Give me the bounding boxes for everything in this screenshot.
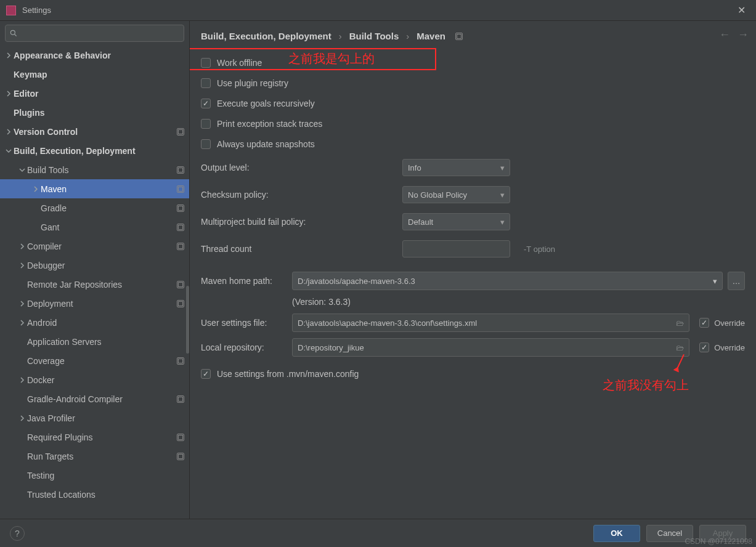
tree-item-java-profiler[interactable]: Java Profiler <box>0 408 189 427</box>
chevron-right-icon <box>4 129 14 135</box>
chevron-right-icon <box>17 377 27 383</box>
chevron-right-icon <box>4 91 14 97</box>
tree-item-required-plugins[interactable]: Required Plugins <box>0 427 189 447</box>
tree-item-coverage[interactable]: Coverage <box>0 351 189 370</box>
tree-item-label: Build, Execution, Deployment <box>14 146 184 156</box>
tree-item-debugger[interactable]: Debugger <box>0 256 189 275</box>
tree-item-build-tools[interactable]: Build Tools <box>0 160 189 179</box>
tree-item-label: Docker <box>27 375 184 385</box>
print-stack-label: Print exception stack traces <box>217 119 322 129</box>
tree-item-label: Gradle-Android Compiler <box>27 394 174 404</box>
thread-count-input[interactable] <box>402 240 510 257</box>
work-offline-checkbox[interactable] <box>201 58 211 68</box>
plugin-registry-label: Use plugin registry <box>217 78 288 88</box>
tree-item-deployment[interactable]: Deployment <box>0 294 189 313</box>
work-offline-label: Work offline <box>217 58 262 68</box>
settings-override-label: Override <box>714 318 745 328</box>
nav-forward-icon[interactable]: → <box>738 28 749 41</box>
output-level-combo[interactable]: Info▾ <box>402 159 510 176</box>
tree-item-label: Appearance & Behavior <box>14 51 184 60</box>
caret-down-icon: ▾ <box>500 217 505 227</box>
help-button[interactable]: ? <box>10 526 25 541</box>
app-icon <box>6 6 16 15</box>
execute-recursive-label: Execute goals recursively <box>217 99 315 108</box>
tree-item-build-execution-deployment[interactable]: Build, Execution, Deployment <box>0 141 189 160</box>
tree-item-editor[interactable]: Editor <box>0 84 189 103</box>
tree-item-run-targets[interactable]: Run Targets <box>0 447 189 466</box>
chevron-right-icon <box>4 52 14 59</box>
local-repo-label: Local repository: <box>201 342 287 352</box>
tree-item-gradle[interactable]: Gradle <box>0 198 189 217</box>
execute-recursive-checkbox[interactable] <box>201 99 211 108</box>
tree-item-label: Deployment <box>27 299 174 309</box>
print-stack-checkbox[interactable] <box>201 119 211 129</box>
project-scope-icon <box>455 33 463 40</box>
tree-item-label: Gradle <box>41 203 174 213</box>
repo-override-checkbox[interactable] <box>699 342 709 352</box>
tree-item-label: Remote Jar Repositories <box>27 280 174 290</box>
project-scope-icon <box>177 224 184 231</box>
watermark-text: CSDN @071221098 <box>685 537 752 546</box>
chevron-down-icon <box>4 148 14 154</box>
use-mvn-config-label: Use settings from .mvn/maven.config <box>217 369 359 379</box>
tree-item-plugins[interactable]: Plugins <box>0 103 189 122</box>
scrollbar-thumb[interactable] <box>186 286 189 354</box>
search-icon <box>9 29 18 38</box>
tree-item-label: Build Tools <box>27 165 174 175</box>
folder-icon[interactable]: 🗁 <box>676 318 684 328</box>
project-scope-icon <box>177 243 184 250</box>
chevron-right-icon <box>17 243 27 249</box>
settings-file-input[interactable]: D:\javatools\apache-maven-3.6.3\conf\set… <box>292 314 689 332</box>
tree-item-keymap[interactable]: Keymap <box>0 65 189 84</box>
tree-item-compiler[interactable]: Compiler <box>0 237 189 256</box>
tree-item-label: Keymap <box>14 70 184 79</box>
search-input[interactable] <box>5 25 184 42</box>
always-update-label: Always update snapshots <box>217 139 315 149</box>
project-scope-icon <box>177 185 184 193</box>
project-scope-icon <box>177 281 184 288</box>
chevron-right-icon: › <box>406 31 409 41</box>
tree-item-label: Trusted Locations <box>27 490 184 500</box>
tree-item-docker[interactable]: Docker <box>0 370 189 389</box>
tree-item-label: Application Servers <box>27 337 184 347</box>
close-icon[interactable]: ✕ <box>733 2 750 19</box>
tree-item-label: Maven <box>41 184 174 194</box>
plugin-registry-checkbox[interactable] <box>201 78 211 88</box>
checksum-policy-combo[interactable]: No Global Policy▾ <box>402 186 510 203</box>
chevron-right-icon <box>17 301 27 307</box>
fail-policy-combo[interactable]: Default▾ <box>402 213 510 230</box>
tree-item-version-control[interactable]: Version Control <box>0 122 189 141</box>
ok-button[interactable]: OK <box>593 525 640 542</box>
fail-policy-label: Multiproject build fail policy: <box>201 217 395 227</box>
tree-item-appearance-behavior[interactable]: Appearance & Behavior <box>0 46 189 65</box>
project-scope-icon <box>177 395 184 403</box>
project-scope-icon <box>177 166 184 174</box>
tree-item-android[interactable]: Android <box>0 313 189 332</box>
chevron-right-icon: › <box>339 31 342 41</box>
nav-back-icon[interactable]: ← <box>719 28 730 41</box>
tree-item-maven[interactable]: Maven <box>0 179 189 198</box>
settings-override-checkbox[interactable] <box>699 318 709 328</box>
tree-item-testing[interactable]: Testing <box>0 466 189 485</box>
tree-item-application-servers[interactable]: Application Servers <box>0 332 189 351</box>
tree-item-gradle-android-compiler[interactable]: Gradle-Android Compiler <box>0 389 189 408</box>
content-panel: ← → Build, Execution, Deployment › Build… <box>190 21 756 519</box>
browse-home-button[interactable]: … <box>728 272 745 290</box>
annotation-text-1: 之前我是勾上的 <box>288 51 375 67</box>
breadcrumb-2[interactable]: Maven <box>417 31 445 41</box>
maven-home-combo[interactable]: D:/javatools/apache-maven-3.6.3▾ <box>292 272 723 290</box>
maven-home-label: Maven home path: <box>201 276 287 286</box>
tree-item-label: Editor <box>14 89 184 99</box>
use-mvn-config-checkbox[interactable] <box>201 369 211 379</box>
project-scope-icon <box>177 300 184 307</box>
breadcrumb-1[interactable]: Build Tools <box>349 31 399 41</box>
checksum-policy-label: Checksum policy: <box>201 190 395 200</box>
tree-item-label: Version Control <box>14 127 174 137</box>
tree-item-gant[interactable]: Gant <box>0 217 189 237</box>
always-update-checkbox[interactable] <box>201 139 211 149</box>
tree-item-remote-jar-repositories[interactable]: Remote Jar Repositories <box>0 275 189 294</box>
chevron-right-icon <box>17 262 27 269</box>
breadcrumb-0[interactable]: Build, Execution, Deployment <box>201 31 331 41</box>
tree-item-trusted-locations[interactable]: Trusted Locations <box>0 485 189 504</box>
local-repo-input[interactable]: D:\repository_jikue 🗁 <box>292 338 689 357</box>
